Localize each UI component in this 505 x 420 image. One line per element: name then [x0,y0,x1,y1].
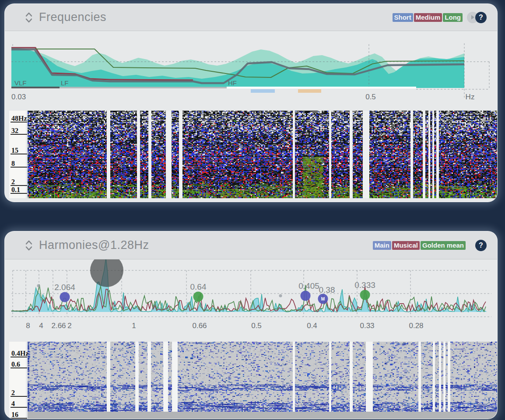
harmonic-marker-label: 0.64 [190,282,207,291]
harmonic-marker-2.064[interactable] [60,292,70,302]
y-axis-label: 0.4Hz [11,349,27,357]
panel-title: Harmonies@1.28Hz [39,238,149,252]
frequencies-spectrogram[interactable] [28,111,498,198]
band-label-lf: LF [61,79,69,87]
frequencies-spectrogram-y-axis: 48Hz3215820.1 [9,111,26,198]
harmonies-spectrogram-y-axis: 0.4Hz0.62416 [9,342,26,419]
band-label-vlf: VLF [14,79,27,87]
x-tick-label: 0.5 [251,322,262,330]
harmonic-marker-label: 0.333 [354,280,375,290]
y-axis-label: 15 [11,146,27,154]
x-tick-label: Hz [466,93,475,101]
y-axis-label: 48Hz [11,114,27,122]
help-button[interactable]: ? [475,12,487,23]
legend-chip-musical[interactable]: Musical [392,241,420,250]
legend-chip-golden-mean[interactable]: Golden mean [421,241,466,250]
help-button[interactable]: ? [475,240,487,251]
y-axis-label: 16 [11,410,27,419]
band-label-hf: HF [228,79,237,87]
app-background: { "frequencies": { "title": "Frequencies… [0,0,505,420]
y-axis-label: 4 [11,399,27,408]
harmonic-marker-0.405[interactable] [301,291,311,301]
collapse-icon[interactable] [25,240,33,251]
harmonic-marker-0.333[interactable] [360,290,370,300]
y-axis-label: 2 [11,178,27,186]
frequencies-panel: VLFLFHF0.030.5Hz Frequencies ShortMedium… [4,4,498,202]
harmonies-spectrogram-canvas [28,342,498,419]
x-tick-label: 0.03 [11,93,26,101]
panel-title: Frequencies [39,10,106,24]
x-tick-label: 0.5 [365,93,376,101]
x-tick-label: 8 [26,322,30,330]
y-axis-label: 8 [11,159,27,168]
x-tick-label: 2.66 [51,322,66,330]
y-axis-label: 2 [11,388,27,397]
collapse-icon[interactable] [25,12,33,23]
harmonies-panel: 1.28Hz2.0640.640.405M0.380.333842.66210.… [4,231,498,419]
play-icon [471,15,475,20]
frequencies-legend: ShortMediumLong [392,13,463,22]
x-tick-label: 0.66 [192,322,207,330]
harmonic-marker-label: 0.38 [319,285,335,294]
frequencies-header: Frequencies ShortMediumLong ? [5,4,497,31]
harmonic-marker-label: 0.405 [298,281,319,290]
frequencies-spectrogram-canvas [28,111,498,198]
y-axis-label: 32 [11,126,27,135]
legend-chip-short[interactable]: Short [393,13,413,22]
legend-chip-long[interactable]: Long [443,13,463,22]
x-tick-label: 1 [132,322,136,330]
harmonies-header: Harmonies@1.28Hz MainMusicalGolden mean … [5,231,497,259]
legend-chip-medium[interactable]: Medium [414,13,442,22]
harmonic-marker-label: 2.064 [54,283,75,292]
x-tick-label: 0.4 [307,322,317,330]
harmonic-marker-0.64[interactable] [193,292,203,302]
y-axis-label: 0.6 [11,360,27,368]
x-tick-label: 4 [39,322,43,330]
harmonies-legend: MainMusicalGolden mean [372,241,466,250]
x-tick-label: 0.33 [360,322,374,330]
x-tick-label: 0.28 [409,322,423,330]
legend-chip-main[interactable]: Main [373,241,391,250]
harmonies-spectrogram[interactable] [28,342,498,419]
marker-letter: M [321,297,325,301]
y-axis-label: 0.1 [11,186,27,194]
x-tick-label: 2 [67,322,71,330]
